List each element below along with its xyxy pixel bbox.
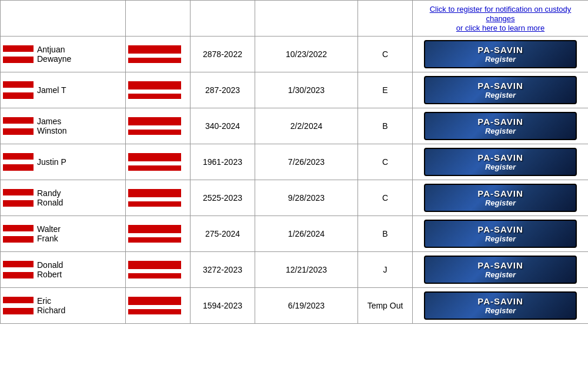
flag-red-top [3, 45, 34, 52]
unit-cell: C [358, 180, 413, 216]
dob-flag-white [128, 89, 181, 94]
dob-flag-red-bottom [128, 309, 181, 314]
dob-flag [128, 225, 181, 243]
name-cell-inner: DonaldRobert [3, 260, 123, 279]
savin-register-button[interactable]: PA-SAVIN Register [424, 291, 577, 320]
dob-flag-red-top [128, 45, 181, 54]
savin-title: PA-SAVIN [432, 188, 569, 198]
name-cell: JamesWinston [1, 108, 126, 144]
dob-flag-red-top [128, 261, 181, 269]
name-cell-inner: Jamel T [3, 81, 123, 99]
col-header-notice: Click to register for notification on cu… [413, 1, 589, 37]
savin-register-label: Register [432, 270, 569, 279]
savin-register-button[interactable]: PA-SAVIN Register [424, 148, 577, 176]
dob-flag-white [128, 54, 181, 58]
savin-title: PA-SAVIN [432, 152, 569, 163]
dob-cell [126, 252, 191, 288]
inmate-name: EricRichard [37, 296, 65, 315]
savin-register-button[interactable]: PA-SAVIN Register [424, 220, 577, 248]
flag-red-bottom [3, 92, 34, 99]
flag-red-bottom [3, 308, 34, 314]
flag-white-stripe [3, 195, 34, 200]
dob-flag-white [128, 197, 181, 201]
flag-red-bottom [3, 236, 34, 243]
dob-flag-red-top [128, 297, 181, 305]
dob-cell [126, 180, 191, 216]
dob-flag-white [128, 269, 181, 273]
col-header-commitment [255, 1, 358, 37]
flag-icon [3, 225, 34, 243]
name-cell-inner: WalterFrank [3, 224, 123, 243]
flag-red-top [3, 117, 34, 124]
savin-title: PA-SAVIN [432, 117, 569, 127]
commitment-cell: 1/30/2023 [255, 72, 358, 108]
flag-red-top [3, 81, 34, 88]
inmate-name: Justin P [37, 157, 66, 167]
flag-red-bottom [3, 272, 34, 279]
unit-cell: C [358, 144, 413, 180]
dob-flag-white [128, 125, 181, 130]
name-cell: Justin P [1, 144, 126, 180]
booking-cell: 275-2024 [191, 216, 255, 252]
commitment-cell: 1/26/2024 [255, 216, 358, 252]
savin-cell: PA-SAVIN Register [413, 144, 589, 180]
savin-cell: PA-SAVIN Register [413, 180, 589, 216]
booking-cell: 1594-2023 [191, 288, 255, 324]
flag-white-stripe [3, 303, 34, 308]
dob-flag-red-bottom [128, 273, 181, 279]
dob-flag [128, 81, 181, 99]
here-link[interactable]: here [482, 24, 497, 32]
dob-flag-white [128, 233, 181, 237]
flag-white-stripe [3, 267, 34, 272]
col-header-dob [126, 1, 191, 37]
savin-register-label: Register [432, 234, 569, 243]
name-cell-inner: EricRichard [3, 296, 123, 315]
savin-title: PA-SAVIN [432, 224, 569, 234]
dob-flag-red-bottom [128, 237, 181, 243]
inmate-name: WalterFrank [37, 224, 61, 243]
dob-flag-red-top [128, 117, 181, 125]
booking-cell: 287-2023 [191, 72, 255, 108]
dob-flag-red-bottom [128, 94, 181, 99]
savin-register-button[interactable]: PA-SAVIN Register [424, 76, 577, 104]
name-cell: EricRichard [1, 288, 126, 324]
unit-cell: Temp Out [358, 288, 413, 324]
name-cell-inner: RandyRonald [3, 188, 123, 207]
flag-icon [3, 189, 34, 207]
savin-register-button[interactable]: PA-SAVIN Register [424, 40, 577, 68]
dob-flag-white [128, 161, 181, 165]
savin-register-label: Register [432, 127, 569, 135]
savin-cell: PA-SAVIN Register [413, 37, 589, 72]
inmate-name: Jamel T [37, 85, 66, 95]
dob-flag-red-bottom [128, 201, 181, 207]
table-row: EricRichard 1594-20236/19/2023Temp Out P… [1, 288, 589, 324]
flag-icon [3, 297, 34, 314]
unit-cell: B [358, 108, 413, 144]
dob-flag-red-top [128, 81, 181, 89]
flag-red-top [3, 189, 34, 195]
savin-register-button[interactable]: PA-SAVIN Register [424, 184, 577, 212]
flag-white-stripe [3, 88, 34, 92]
commitment-cell: 12/21/2023 [255, 252, 358, 288]
commitment-cell: 6/19/2023 [255, 288, 358, 324]
flag-red-bottom [3, 200, 34, 207]
savin-cell: PA-SAVIN Register [413, 108, 589, 144]
dob-flag-red-bottom [128, 130, 181, 135]
inmate-name: AntjuanDewayne [37, 45, 71, 64]
dob-flag-red-top [128, 225, 181, 233]
flag-red-top [3, 297, 34, 303]
inmate-name: RandyRonald [37, 188, 63, 207]
flag-white-stripe [3, 231, 34, 236]
booking-cell: 2878-2022 [191, 37, 255, 72]
flag-red-bottom [3, 57, 34, 63]
table-row: RandyRonald 2525-20239/28/2023C PA-SAVIN… [1, 180, 589, 216]
flag-red-bottom [3, 164, 34, 171]
dob-cell [126, 144, 191, 180]
dob-flag-white [128, 305, 181, 309]
dob-flag-red-bottom [128, 58, 181, 63]
savin-register-button[interactable]: PA-SAVIN Register [424, 112, 577, 140]
dob-cell [126, 288, 191, 324]
flag-red-top [3, 153, 34, 160]
savin-register-button[interactable]: PA-SAVIN Register [424, 256, 577, 284]
savin-register-label: Register [432, 198, 569, 207]
